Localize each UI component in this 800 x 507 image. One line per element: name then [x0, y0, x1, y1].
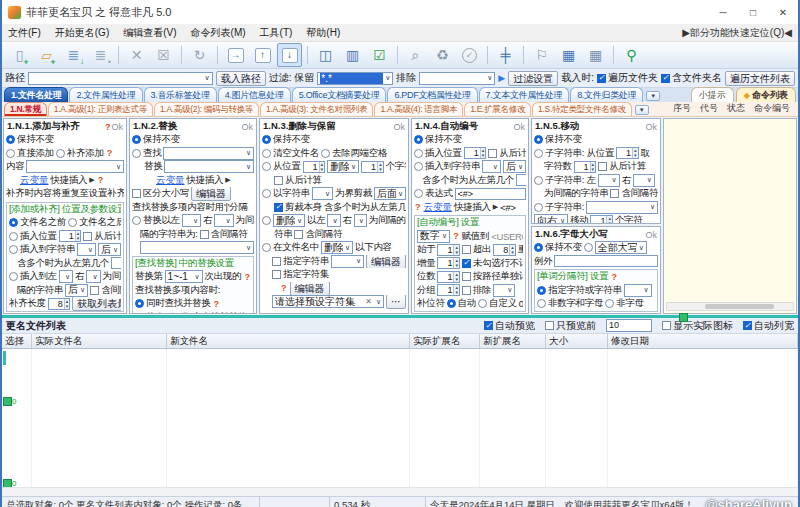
- combo-box[interactable]: 后∨: [98, 243, 121, 256]
- sub-tab[interactable]: 1.A.高级(3): 文件名对照列表: [260, 102, 373, 116]
- combo-box[interactable]: 后∨: [65, 284, 88, 297]
- checkbox-option[interactable]: 区分大小写: [132, 187, 189, 200]
- combo-box[interactable]: 1~-1∨: [165, 270, 203, 283]
- spin-down-icon[interactable]: ▾: [607, 221, 612, 223]
- checkbox-option[interactable]: 未勾选行不计数: [462, 257, 523, 270]
- radio-option[interactable]: 文件名之前: [9, 216, 66, 229]
- main-tab[interactable]: 3.音乐标签处理: [144, 87, 217, 102]
- spinner-arrows-icon[interactable]: ▴▾: [453, 258, 459, 268]
- search-icon[interactable]: ⌕: [403, 43, 428, 67]
- combo-box[interactable]: 请选择预设字符集✕∨: [272, 295, 384, 308]
- restore-name-icon[interactable]: →: [223, 43, 248, 67]
- combo-box[interactable]: 全部大写∨: [595, 241, 647, 254]
- command-column-header[interactable]: 状态: [727, 102, 745, 115]
- spinner[interactable]: 8▴▾: [48, 298, 71, 310]
- preview-first-checkbox[interactable]: 只预览前: [545, 319, 596, 333]
- path-combo[interactable]: ∨: [28, 72, 213, 85]
- column-header[interactable]: 新文件名: [167, 334, 410, 348]
- text-input[interactable]: [554, 255, 658, 267]
- maximize-button[interactable]: □: [738, 0, 768, 24]
- combo-box[interactable]: 删除∨: [321, 241, 353, 254]
- combo-box[interactable]: 删除∨: [327, 160, 359, 173]
- sub-tab[interactable]: 1.E.扩展名修改: [464, 102, 531, 116]
- expand-arrow-icon[interactable]: ▶: [225, 176, 230, 184]
- combo-box[interactable]: ∨: [482, 160, 501, 173]
- combo-box[interactable]: ∨: [163, 147, 254, 160]
- spinner-arrows-icon[interactable]: ▴▾: [632, 148, 638, 158]
- help-icon[interactable]: ?: [414, 202, 422, 212]
- auto-preview-checkbox[interactable]: 自动预览: [484, 319, 535, 333]
- file-list-body[interactable]: 0 0: [2, 349, 798, 496]
- command-column-header[interactable]: 命令编号: [754, 102, 790, 115]
- spin-down-icon[interactable]: ▾: [454, 277, 459, 282]
- spin-down-icon[interactable]: ▾: [510, 250, 515, 255]
- radio-option[interactable]: 去除两端空格: [321, 147, 387, 160]
- horizontal-scrollbar[interactable]: [666, 302, 794, 311]
- button[interactable]: 获取列表最长: [72, 297, 121, 311]
- spin-down-icon[interactable]: ▾: [633, 153, 638, 158]
- filter-keep-combo[interactable]: *.*∨: [317, 72, 393, 85]
- radio-option[interactable]: 补齐添加: [56, 147, 104, 160]
- filter-settings-button[interactable]: 过滤设置: [508, 71, 558, 86]
- help-icon[interactable]: ?: [212, 299, 220, 309]
- radio-option[interactable]: 同时查找并替换: [135, 297, 210, 310]
- radio-option[interactable]: 子字符串:: [534, 201, 584, 214]
- main-tab[interactable]: 8.文件归类处理: [570, 87, 643, 102]
- spinner[interactable]: 1▴▾: [59, 230, 82, 242]
- combo-box[interactable]: ∨: [86, 270, 100, 283]
- column-header[interactable]: 实际扩展名: [410, 334, 480, 348]
- tab-tips[interactable]: 小提示: [691, 87, 734, 102]
- radio-option[interactable]: 在文件名中: [262, 241, 319, 254]
- save-list-icon[interactable]: ≣▪: [88, 43, 113, 67]
- radio-option[interactable]: 插入到字符串: [414, 160, 480, 173]
- spinner[interactable]: 1▴▾: [437, 284, 460, 296]
- spinner-arrows-icon[interactable]: ▴▾: [453, 245, 459, 255]
- column-view-icon[interactable]: ▥: [340, 43, 365, 67]
- spinner[interactable]: 1▴▾: [464, 147, 487, 159]
- preview-count-input[interactable]: 10: [606, 319, 652, 332]
- radio-option[interactable]: 从位置: [262, 160, 301, 173]
- radio-option[interactable]: 非字母: [605, 297, 644, 310]
- spinner-arrows-icon[interactable]: ▴▾: [75, 231, 81, 241]
- radio-option[interactable]: 插入位置: [414, 147, 462, 160]
- splitter-bar[interactable]: [2, 315, 798, 318]
- remove-item-icon[interactable]: ✕: [124, 43, 149, 67]
- spinner-arrows-icon[interactable]: ▴▾: [319, 162, 325, 172]
- spinner-arrows-icon[interactable]: ▴▾: [509, 245, 515, 255]
- combo-box[interactable]: 删除∨: [273, 214, 305, 227]
- close-button[interactable]: ✕: [768, 0, 798, 24]
- spin-down-icon[interactable]: ▾: [76, 236, 81, 241]
- checkbox-option[interactable]: 指定字符串: [272, 255, 329, 268]
- clear-icon[interactable]: ✕: [363, 297, 374, 306]
- radio-option[interactable]: 插入位置: [9, 230, 57, 243]
- combo-box[interactable]: 后∨: [503, 160, 526, 173]
- confirm-icon[interactable]: ✓: [457, 43, 482, 67]
- radio-option[interactable]: 插入到字符串: [9, 243, 75, 256]
- combo-box[interactable]: ∨: [77, 243, 96, 256]
- open-folder-icon[interactable]: ▱＋: [34, 43, 59, 67]
- menu-item[interactable]: 编辑查看(V): [123, 26, 176, 40]
- help-icon[interactable]: ?: [104, 122, 112, 132]
- radio-option[interactable]: 直接添加: [6, 147, 54, 160]
- radio-option[interactable]: 保持不变: [414, 133, 462, 146]
- column-header[interactable]: 修改日期: [608, 334, 798, 348]
- help-icon[interactable]: ?: [243, 272, 251, 282]
- apply-filter-icon[interactable]: ▶: [498, 73, 505, 83]
- refresh-icon[interactable]: ↻: [187, 43, 212, 67]
- checkbox-option[interactable]: 超出: [462, 243, 491, 256]
- checkbox-option[interactable]: 按路径单独计数: [462, 270, 523, 283]
- new-file-icon[interactable]: ▯＋: [7, 43, 32, 67]
- button[interactable]: 编辑器: [290, 282, 330, 296]
- minimize-button[interactable]: ─: [708, 0, 738, 24]
- main-tab[interactable]: 5.Office文档摘要处理: [292, 87, 387, 102]
- main-tab[interactable]: 7.文本文件属性处理: [479, 87, 570, 102]
- combo-box[interactable]: 数字∨: [417, 230, 450, 243]
- radio-option[interactable]: 保持不变: [6, 133, 54, 146]
- column-header[interactable]: 实际文件名: [32, 334, 167, 348]
- spinner[interactable]: 8▴▾: [493, 244, 516, 256]
- move-down-icon[interactable]: ↓: [277, 43, 302, 67]
- radio-option[interactable]: 自定义: [478, 297, 517, 310]
- spinner[interactable]: 1▴▾: [303, 161, 326, 173]
- column-header[interactable]: 选择: [2, 334, 32, 348]
- splitter-handle[interactable]: [679, 313, 688, 322]
